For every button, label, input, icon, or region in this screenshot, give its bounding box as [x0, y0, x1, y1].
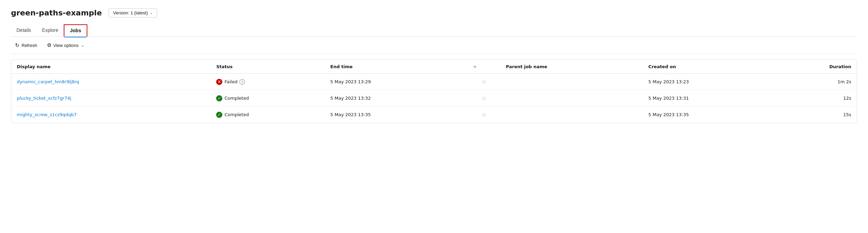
refresh-label: Refresh — [22, 43, 37, 48]
col-header-duration: Duration — [785, 60, 857, 74]
status-icon-completed: ✓ — [216, 112, 222, 118]
refresh-icon: ↻ — [15, 42, 20, 48]
jobs-table: Display name Status End time ★ Parent jo… — [11, 60, 857, 123]
tab-explore[interactable]: Explore — [37, 25, 64, 36]
info-icon[interactable]: i — [239, 79, 245, 85]
status-icon-failed: ✕ — [216, 79, 222, 85]
created-on-cell: 5 May 2023 13:35 — [643, 107, 785, 123]
view-options-icon: ⚙ — [47, 42, 51, 48]
created-on-cell: 5 May 2023 13:23 — [643, 74, 785, 90]
status-icon-completed: ✓ — [216, 95, 222, 101]
tab-details[interactable]: Details — [11, 25, 37, 36]
refresh-button[interactable]: ↻ Refresh — [11, 40, 41, 50]
status-text: Failed — [224, 79, 237, 84]
col-header-end-time: End time — [325, 60, 467, 74]
status-text: Completed — [224, 96, 249, 101]
header-row: green-paths-example Version: 1 (latest) … — [11, 8, 857, 17]
chevron-down-icon: ⌄ — [150, 11, 153, 15]
favorite-star-icon[interactable]: ☆ — [481, 111, 486, 118]
jobs-table-container: Display name Status End time ★ Parent jo… — [11, 60, 857, 123]
table-header-row: Display name Status End time ★ Parent jo… — [11, 60, 857, 74]
end-time-cell: 5 May 2023 13:35 — [325, 107, 467, 123]
table-body: dynamic_carpet_hm8r9lj8rq✕Failedi5 May 2… — [11, 74, 857, 123]
table-row: dynamic_carpet_hm8r9lj8rq✕Failedi5 May 2… — [11, 74, 857, 90]
parent-job-name-cell — [500, 74, 643, 90]
col-header-star: ★ — [467, 60, 500, 74]
job-link[interactable]: mighty_screw_s1cz9qdqb7 — [17, 112, 77, 117]
job-link[interactable]: plucky_ticket_xcfz7gr74j — [17, 96, 71, 101]
table-row: plucky_ticket_xcfz7gr74j✓Completed5 May … — [11, 90, 857, 107]
version-label: Version: 1 (latest) — [113, 10, 148, 15]
tab-jobs[interactable]: Jobs — [64, 24, 87, 37]
col-header-status: Status — [211, 60, 325, 74]
version-dropdown[interactable]: Version: 1 (latest) ⌄ — [109, 8, 157, 17]
col-header-parent-job-name: Parent job name — [500, 60, 643, 74]
created-on-cell: 5 May 2023 13:31 — [643, 90, 785, 107]
duration-cell: 15s — [785, 107, 857, 123]
job-link[interactable]: dynamic_carpet_hm8r9lj8rq — [17, 79, 79, 84]
chevron-down-icon: ⌄ — [81, 43, 84, 48]
page-container: green-paths-example Version: 1 (latest) … — [0, 0, 868, 233]
col-header-created-on: Created on — [643, 60, 785, 74]
toolbar: ↻ Refresh ⚙ View options ⌄ — [11, 37, 857, 54]
duration-cell: 1m 2s — [785, 74, 857, 90]
parent-job-name-cell — [500, 90, 643, 107]
star-icon: ★ — [473, 64, 477, 69]
favorite-star-icon[interactable]: ☆ — [481, 78, 486, 85]
end-time-cell: 5 May 2023 13:32 — [325, 90, 467, 107]
view-options-label: View options — [53, 43, 78, 48]
nav-tabs: Details Explore Jobs — [11, 24, 857, 37]
col-header-display-name: Display name — [11, 60, 211, 74]
status-text: Completed — [224, 112, 249, 117]
table-row: mighty_screw_s1cz9qdqb7✓Completed5 May 2… — [11, 107, 857, 123]
app-title: green-paths-example — [11, 9, 102, 17]
view-options-button[interactable]: ⚙ View options ⌄ — [43, 40, 88, 50]
duration-cell: 12s — [785, 90, 857, 107]
parent-job-name-cell — [500, 107, 643, 123]
favorite-star-icon[interactable]: ☆ — [481, 95, 486, 101]
end-time-cell: 5 May 2023 13:29 — [325, 74, 467, 90]
